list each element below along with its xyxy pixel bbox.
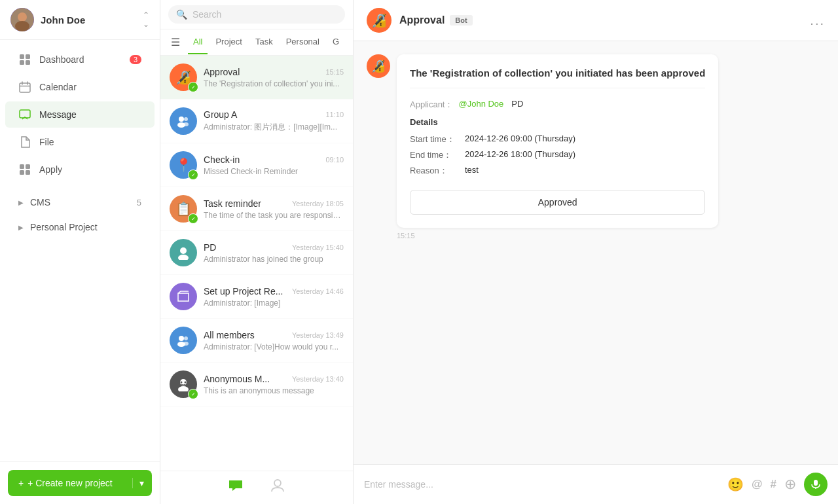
reason-label: Reason：	[410, 165, 462, 177]
tab-g[interactable]: G	[327, 30, 344, 54]
chat-content-group-a: Group A 11:10 Administrator: 图片消息：[Image…	[204, 109, 344, 133]
more-options-button[interactable]: ...	[810, 13, 825, 28]
svg-rect-13	[26, 164, 30, 169]
reason-row: Reason： test	[410, 165, 705, 177]
search-bar: 🔍	[160, 0, 353, 29]
sidebar-item-apply[interactable]: Apply	[5, 156, 155, 183]
chat-avatar-pd	[170, 239, 197, 266]
svg-rect-12	[20, 164, 24, 169]
message-list-panel: 🔍 ☰ All Project Task Personal G 🔏 ✓ Appr…	[160, 0, 354, 504]
chat-input-area: 🙂 @ # ⊕	[354, 464, 838, 504]
bottom-tab-contacts[interactable]	[270, 478, 285, 497]
svg-point-29	[185, 382, 187, 384]
start-time-value: 2024-12-26 09:00 (Thursday)	[465, 134, 575, 145]
chat-name-group-a: Group A	[204, 109, 237, 120]
svg-rect-3	[20, 54, 24, 59]
sidebar-item-dashboard[interactable]: Dashboard 3	[5, 46, 155, 73]
bot-icon-task: ✓	[188, 213, 198, 224]
search-input[interactable]	[192, 9, 337, 20]
message-content: The 'Registration of collection' you ini…	[397, 54, 718, 240]
mention-button[interactable]: @	[752, 478, 763, 491]
apply-label: Apply	[39, 164, 141, 175]
chat-content-all-members: All members Yesterday 13:49 Administrato…	[204, 330, 344, 351]
chat-item-group-a[interactable]: Group A 11:10 Administrator: 图片消息：[Image…	[160, 99, 353, 143]
svg-point-23	[184, 336, 188, 340]
filter-menu-icon[interactable]: ☰	[166, 29, 185, 55]
personal-project-label: Personal Project	[30, 222, 141, 232]
sidebar-item-calendar[interactable]: Calendar	[5, 74, 155, 100]
chat-item-approval[interactable]: 🔏 ✓ Approval 15:15 The 'Registration of …	[160, 56, 353, 99]
create-project-label: + Create new project	[27, 478, 113, 488]
svg-rect-15	[26, 170, 30, 175]
file-icon	[18, 135, 31, 149]
chat-preview-group-a: Administrator: 图片消息：[Image][Im...	[204, 122, 344, 133]
file-label: File	[39, 137, 141, 147]
tab-personal[interactable]: Personal	[281, 30, 325, 54]
message-input[interactable]	[364, 479, 721, 490]
bot-icon-anon: ✓	[188, 389, 198, 399]
emoji-button[interactable]: 🙂	[727, 477, 744, 492]
hashtag-button[interactable]: #	[771, 478, 776, 491]
expand-icon[interactable]: ⌃⌄	[143, 10, 149, 29]
svg-point-28	[181, 382, 183, 384]
sidebar: John Doe ⌃⌄ Dashboard 3 Calendar Message	[0, 0, 160, 504]
svg-rect-5	[20, 60, 24, 65]
chat-header-info: Approval Bot	[399, 14, 802, 26]
chat-item-pd[interactable]: PD Yesterday 15:40 Administrator has joi…	[160, 231, 353, 275]
chat-preview-check-in: Missed Check-in Reminder	[204, 167, 344, 176]
user-name: John Doe	[41, 14, 136, 26]
chat-content-pd: PD Yesterday 15:40 Administrator has joi…	[204, 242, 344, 264]
svg-point-30	[274, 480, 281, 486]
chat-name-setup-project: Set up Project Re...	[204, 286, 283, 297]
chat-avatar-group-a	[170, 107, 197, 135]
tab-project[interactable]: Project	[210, 30, 247, 54]
mic-button[interactable]	[804, 473, 828, 496]
chat-name-approval: Approval	[204, 67, 240, 77]
create-project-button[interactable]: + + Create new project ▾	[8, 470, 152, 496]
svg-point-20	[180, 247, 187, 254]
chat-item-all-members[interactable]: All members Yesterday 13:49 Administrato…	[160, 319, 353, 363]
sidebar-item-file[interactable]: File	[5, 129, 155, 155]
cms-count: 5	[137, 198, 141, 207]
chat-list: 🔏 ✓ Approval 15:15 The 'Registration of …	[160, 56, 353, 471]
filter-tabs: ☰ All Project Task Personal G	[160, 29, 353, 56]
svg-rect-14	[20, 170, 24, 175]
svg-rect-31	[814, 480, 818, 486]
chat-name-all-members: All members	[204, 330, 255, 340]
bottom-tab-chat[interactable]	[228, 478, 244, 497]
chat-content-anonymous: Anonymous M... Yesterday 13:40 This is a…	[204, 374, 344, 395]
chat-item-setup-project[interactable]: Set up Project Re... Yesterday 14:46 Adm…	[160, 275, 353, 319]
approved-button[interactable]: Approved	[410, 190, 705, 215]
svg-rect-4	[26, 54, 30, 59]
dashboard-label: Dashboard	[39, 54, 122, 65]
message-icon	[18, 108, 31, 121]
attach-button[interactable]: ⊕	[784, 476, 796, 493]
applicant-mention[interactable]: @John Doe	[458, 99, 503, 111]
chat-item-anonymous[interactable]: ✓ Anonymous M... Yesterday 13:40 This is…	[160, 363, 353, 406]
chat-avatar-approval: 🔏 ✓	[170, 63, 197, 91]
chat-time-setup-project: Yesterday 14:46	[292, 287, 344, 295]
chat-preview-task-reminder: The time of the task you are responsib..…	[204, 211, 344, 220]
chat-item-check-in[interactable]: 📍 ✓ Check-in 09:10 Missed Check-in Remin…	[160, 143, 353, 187]
tab-all[interactable]: All	[188, 30, 208, 54]
chat-messages: 🔏 The 'Registration of collection' you i…	[354, 41, 838, 464]
bot-badge: Bot	[450, 15, 472, 26]
bot-icon-checkin: ✓	[188, 170, 198, 180]
chat-item-task-reminder[interactable]: 📋 ✓ Task reminder Yesterday 18:05 The ti…	[160, 187, 353, 231]
approval-card: The 'Registration of collection' you ini…	[397, 54, 718, 228]
sidebar-item-message[interactable]: Message	[5, 101, 155, 128]
chat-preview-setup-project: Administrator: [Image]	[204, 298, 344, 308]
sidebar-item-personal-project[interactable]: ▶ Personal Project	[5, 215, 155, 239]
chat-preview-all-members: Administrator: [Vote]How would you r...	[204, 342, 344, 351]
chat-toolbar: 🙂 @ # ⊕	[727, 473, 828, 496]
chat-preview-anonymous: This is an anonymous message	[204, 386, 344, 395]
end-time-value: 2024-12-26 18:00 (Thursday)	[465, 149, 575, 161]
chat-time-anonymous: Yesterday 13:40	[292, 375, 344, 383]
message-time: 15:15	[397, 232, 718, 240]
tab-task[interactable]: Task	[250, 30, 278, 54]
bot-icon: ✓	[188, 82, 198, 92]
sidebar-header: John Doe ⌃⌄	[0, 0, 160, 40]
sidebar-item-cms[interactable]: ▶ CMS 5	[5, 190, 155, 214]
applicant-label: Applicant：	[410, 99, 453, 111]
svg-point-21	[178, 255, 189, 260]
